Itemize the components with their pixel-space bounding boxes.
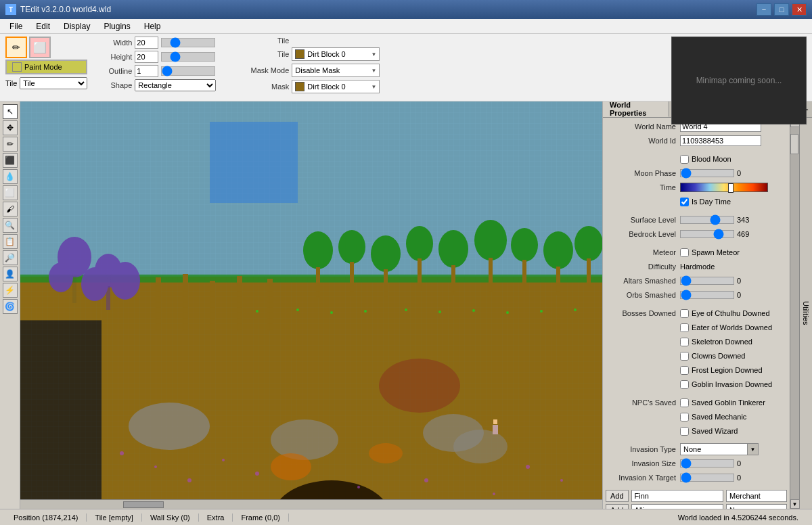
frame-value: (0,0) — [265, 513, 280, 522]
saved-wizard-checkbox[interactable] — [680, 427, 689, 436]
width-input[interactable] — [135, 37, 158, 49]
mask-mode-selector[interactable]: Disable Mask ▼ — [292, 64, 380, 77]
menu-file[interactable]: File — [3, 20, 29, 32]
svg-point-51 — [379, 359, 460, 413]
tile-dropdown-arrow[interactable]: ▼ — [371, 51, 376, 58]
world-view[interactable] — [20, 101, 602, 499]
width-slider[interactable] — [161, 38, 215, 47]
bedrock-level-slider[interactable] — [680, 230, 734, 238]
mask-selector[interactable]: Dirt Block 0 ▼ — [292, 80, 380, 93]
skeletron-label[interactable]: Skeletron Downed — [680, 338, 752, 346]
eraser-tool-button[interactable]: ⬜ — [29, 37, 51, 58]
svg-rect-9 — [210, 122, 298, 203]
morph-tool[interactable]: 🌀 — [3, 299, 18, 314]
blood-moon-checkbox-label[interactable]: Blood Moon — [680, 155, 731, 164]
position-label: Position — [14, 513, 40, 522]
fill-tool[interactable]: ⬛ — [3, 153, 18, 168]
time-slider-thumb[interactable] — [728, 183, 734, 193]
svg-point-62 — [472, 309, 475, 312]
close-button[interactable]: ✕ — [792, 3, 807, 16]
clowns-downed-label[interactable]: Clowns Downed — [680, 352, 745, 361]
frost-legion-label[interactable]: Frost Legion Downed — [680, 366, 763, 375]
moon-phase-value: 0 — [737, 169, 741, 177]
eater-of-worlds-label[interactable]: Eater of Worlds Downed — [680, 323, 772, 332]
spawn-meteor-label[interactable]: Spawn Meteor — [680, 248, 740, 257]
brush-tool[interactable]: 🖌 — [3, 202, 18, 216]
pencil-tool[interactable]: ✏ — [3, 137, 18, 152]
canvas-horizontal-scrollbar[interactable] — [20, 499, 602, 509]
invasion-type-arrow[interactable]: ▼ — [748, 443, 759, 455]
wire-tool[interactable]: ⚡ — [3, 283, 18, 298]
svg-point-75 — [560, 479, 563, 482]
npc-add-button-0[interactable]: Add — [606, 490, 629, 502]
menu-edit[interactable]: Edit — [29, 20, 57, 32]
time-slider-track[interactable] — [680, 183, 768, 192]
canvas-main[interactable] — [20, 101, 602, 499]
utilities-tab[interactable]: Utilities — [799, 118, 812, 509]
skeletron-checkbox[interactable] — [680, 338, 689, 346]
shape-select[interactable]: Rectangle Circle — [135, 79, 216, 91]
find-tool[interactable]: 🔎 — [3, 250, 18, 265]
spawn-meteor-checkbox[interactable] — [680, 248, 689, 257]
zoom-in-tool[interactable]: 🔍 — [3, 218, 18, 233]
surface-level-slider[interactable] — [680, 216, 734, 224]
menu-plugins[interactable]: Plugins — [97, 20, 137, 32]
mask-mode-arrow[interactable]: ▼ — [371, 68, 376, 74]
saved-goblin-tinkerer-checkbox[interactable] — [680, 398, 689, 407]
npc-tool[interactable]: 👤 — [3, 267, 18, 281]
frost-legion-checkbox[interactable] — [680, 366, 689, 375]
outline-slider[interactable] — [161, 66, 215, 76]
invasion-size-slider[interactable] — [680, 459, 734, 467]
goblin-invasion-checkbox[interactable] — [680, 380, 689, 389]
altars-smashed-value: 0 — [737, 277, 741, 285]
invasion-type-value[interactable]: None — [680, 443, 748, 455]
height-slider[interactable] — [161, 52, 215, 62]
svg-point-66 — [120, 451, 124, 455]
npc-add-button-1[interactable]: Add — [606, 504, 629, 509]
scroll-down-button[interactable]: ▼ — [790, 499, 800, 509]
svg-point-60 — [405, 309, 407, 311]
eye-of-cthulhu-label[interactable]: Eye of Cthulhu Downed — [680, 309, 770, 318]
scroll-track[interactable] — [790, 127, 799, 499]
goblin-invasion-label[interactable]: Goblin Invasion Downed — [680, 380, 772, 389]
saved-goblin-tinkerer-label[interactable]: Saved Goblin Tinkerer — [680, 398, 765, 407]
maximize-button[interactable]: □ — [774, 3, 789, 16]
saved-mechanic-label[interactable]: Saved Mechanic — [680, 413, 746, 421]
outline-input[interactable] — [135, 65, 158, 77]
invasion-x-target-slider[interactable] — [680, 474, 734, 482]
pencil-tool-button[interactable]: ✏ — [5, 37, 27, 58]
hscroll-thumb[interactable] — [123, 501, 164, 508]
altars-smashed-slider[interactable] — [680, 277, 734, 285]
paint-mode-button[interactable]: Paint Mode — [5, 60, 87, 74]
tile-type-select[interactable]: Tile Wall — [20, 77, 87, 89]
scroll-thumb[interactable] — [790, 134, 798, 154]
is-day-time-label[interactable]: Is Day Time — [680, 198, 731, 206]
saved-wizard-label[interactable]: Saved Wizard — [680, 427, 738, 436]
mask-dropdown-arrow[interactable]: ▼ — [371, 84, 376, 90]
tab-world-properties[interactable]: World Properties — [603, 101, 669, 117]
svg-point-68 — [187, 478, 191, 482]
moon-phase-slider[interactable] — [680, 169, 734, 177]
clowns-downed-checkbox[interactable] — [680, 352, 689, 361]
tile-selector[interactable]: Dirt Block 0 ▼ — [292, 47, 380, 61]
menu-help[interactable]: Help — [137, 20, 168, 32]
paste-tool[interactable]: 📋 — [3, 234, 18, 249]
menu-display[interactable]: Display — [57, 20, 97, 32]
orbs-smashed-slider[interactable] — [680, 291, 734, 299]
saved-mechanic-checkbox[interactable] — [680, 413, 689, 421]
eraser-tool[interactable]: ⬜ — [3, 185, 18, 200]
move-tool[interactable]: ✥ — [3, 120, 18, 135]
world-id-input[interactable] — [680, 135, 761, 146]
is-day-time-checkbox[interactable] — [680, 198, 689, 206]
eater-of-worlds-checkbox[interactable] — [680, 323, 689, 332]
minimize-button[interactable]: − — [757, 3, 771, 16]
eyedropper-tool[interactable]: 💧 — [3, 169, 18, 184]
svg-point-28 — [438, 230, 468, 268]
right-panel-scrollbar[interactable]: ▲ ▼ — [790, 118, 799, 509]
select-tool[interactable]: ↖ — [3, 104, 18, 119]
window-controls: − □ ✕ — [757, 3, 807, 16]
saved-mechanic-row: Saved Mechanic — [606, 411, 787, 423]
eye-of-cthulhu-checkbox[interactable] — [680, 309, 689, 318]
blood-moon-checkbox[interactable] — [680, 155, 689, 164]
height-input[interactable] — [135, 51, 158, 63]
